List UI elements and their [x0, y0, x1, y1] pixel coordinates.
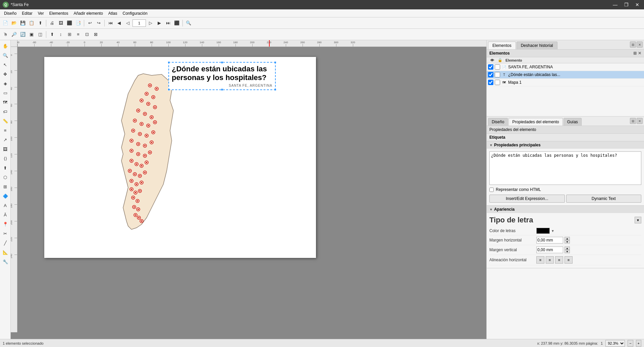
arrow-tool[interactable]: ↗	[1, 135, 10, 144]
canvas-content[interactable]: .marker { fill: none; stroke: #cc0000; s…	[17, 47, 486, 339]
props-tab-propiedades[interactable]: Propiedades del elemento	[508, 118, 562, 126]
render-html-checkbox[interactable]	[489, 188, 494, 192]
margin-v-input[interactable]	[536, 247, 563, 253]
props-section-main-header[interactable]: ▼ Propiedades principales	[487, 141, 644, 149]
node-tool[interactable]: ◈	[1, 79, 10, 88]
polygon-tool[interactable]: ⬡	[1, 173, 10, 182]
text2-tool[interactable]: Ā	[1, 210, 10, 219]
font-selector-btn[interactable]: ▼	[635, 217, 641, 223]
hand-tool[interactable]: ✋	[1, 42, 10, 50]
props-section-apariencia-header[interactable]: ▼ Apariencia	[487, 206, 644, 213]
north-tool[interactable]: ⬆	[1, 163, 10, 172]
color-swatch[interactable]	[536, 228, 550, 234]
props-float-btn-1[interactable]: ⊞	[630, 118, 636, 124]
save-as-button[interactable]: 📋	[28, 19, 36, 27]
minimize-button[interactable]: —	[611, 1, 620, 8]
export-svg-button[interactable]: ⬛	[65, 19, 73, 27]
select-tool active[interactable]: ↖	[1, 60, 10, 69]
atlas-button[interactable]: ⬛	[173, 19, 181, 27]
resize-handle-ne[interactable]	[274, 61, 276, 64]
panel-icon-1[interactable]: ⊞	[633, 51, 637, 56]
margin-h-up[interactable]: ▲	[565, 237, 570, 240]
align-btn[interactable]: ⊞	[65, 30, 73, 39]
raise-btn[interactable]: ⬆	[48, 30, 56, 39]
resize-handle-sw[interactable]	[168, 88, 170, 91]
first-page-button[interactable]: ⏮	[106, 19, 114, 27]
image-tool[interactable]: 🖼	[1, 145, 10, 153]
element-row-0[interactable]: 📄 SANTA FE, ARGENTINA	[487, 63, 644, 71]
props-float-btn-2[interactable]: ✕	[637, 118, 643, 124]
tab-deshacer-historial[interactable]: Deshacer historial	[517, 42, 557, 49]
maximize-button[interactable]: ❐	[622, 1, 631, 8]
float-btn-1[interactable]: ⊞	[630, 42, 636, 48]
export-pdf-button[interactable]: 📑	[74, 19, 82, 27]
measure-tool[interactable]: 📐	[1, 248, 10, 257]
margin-v-down[interactable]: ▼	[565, 250, 570, 253]
zoom-in-button[interactable]: 🔍	[184, 19, 193, 27]
margin-h-down[interactable]: ▼	[565, 240, 570, 244]
page-number-input[interactable]	[132, 19, 146, 27]
elem-visible-2[interactable]	[488, 80, 493, 85]
props-text-area[interactable]	[489, 151, 641, 185]
legend-tool[interactable]: ≡	[1, 126, 10, 135]
resize-handle-nw[interactable]	[168, 61, 170, 64]
element-row-2[interactable]: 🗺 Mapa 1	[487, 79, 644, 86]
resize-handle-se[interactable]	[274, 88, 276, 91]
elem-lock-1[interactable]	[495, 72, 500, 77]
canvas-area[interactable]: .rh-tick { position: absolute; bottom: 0…	[11, 40, 486, 339]
props-tab-diseno[interactable]: Diseño	[488, 118, 508, 126]
menu-elementos[interactable]: Elementos	[47, 10, 71, 16]
panel-icon-2[interactable]: ✕	[638, 51, 641, 56]
menu-anadir-elemento[interactable]: Añadir elemento	[71, 10, 105, 16]
export-button[interactable]: ⬆	[36, 19, 44, 27]
insert-edit-expression-button[interactable]: Insert/Edit Expression...	[489, 195, 565, 203]
menu-diseno[interactable]: Diseño	[1, 10, 19, 16]
zoom-select[interactable]: 92.3% 100% 75% 50%	[605, 340, 625, 347]
tab-elementos[interactable]: Elementos	[488, 42, 516, 49]
fix-tool[interactable]: 🔧	[1, 257, 10, 266]
group-btn[interactable]: ▣	[28, 30, 36, 39]
float-btn-2[interactable]: ✕	[637, 42, 643, 48]
elem-visible-1[interactable]	[488, 72, 493, 77]
resize-handle-n[interactable]	[221, 61, 223, 64]
label-tool[interactable]: 🏷	[1, 107, 10, 116]
zoom-tool[interactable]: 🔍	[1, 51, 10, 60]
margin-v-up[interactable]: ▲	[565, 247, 570, 250]
dynamic-text-button[interactable]: Dynamic Text	[566, 195, 642, 203]
props-tab-guias[interactable]: Guías	[564, 118, 582, 126]
3d-tool[interactable]: 🔷	[1, 192, 10, 200]
redo-button[interactable]: ↪	[95, 19, 103, 27]
line-tool[interactable]: ╱	[1, 238, 10, 247]
text-tool[interactable]: A	[1, 201, 10, 210]
align-center-btn[interactable]: ≡	[546, 256, 554, 264]
refresh-btn[interactable]: 🔄	[19, 30, 27, 39]
cut-tool[interactable]: ✂	[1, 229, 10, 238]
scalebar-tool[interactable]: 📏	[1, 117, 10, 125]
next-button[interactable]: ▷	[147, 19, 155, 27]
undo-button[interactable]: ↩	[86, 19, 94, 27]
distribute-btn[interactable]: ≡	[74, 30, 82, 39]
resize-btn[interactable]: ⊡	[83, 30, 91, 39]
elem-visible-0[interactable]	[488, 64, 493, 70]
color-dropdown-arrow[interactable]: ▼	[551, 229, 554, 233]
menu-ver[interactable]: Ver	[35, 10, 47, 16]
elem-lock-2[interactable]	[495, 80, 500, 85]
element-row-1[interactable]: T ¿Dónde están ubicadas las...	[487, 71, 644, 79]
elem-lock-0[interactable]	[495, 64, 500, 70]
select-all-btn[interactable]: 🖱	[1, 30, 9, 39]
export-image-button[interactable]: 🖼	[57, 19, 65, 27]
align-left-btn[interactable]: ≡	[536, 256, 544, 264]
pin-tool[interactable]: 📍	[1, 220, 10, 228]
canvas-title-element[interactable]: ¿Dónde están ubicadas las personas y los…	[168, 62, 276, 90]
next-page-button[interactable]: ▶	[155, 19, 163, 27]
lock-btn[interactable]: ⊠	[92, 30, 100, 39]
menu-configuracion[interactable]: Configuración	[120, 10, 150, 16]
zoom-in-btn-status[interactable]: +	[636, 340, 641, 347]
prev-page-button[interactable]: ◀	[115, 19, 123, 27]
map-tool[interactable]: 🗺	[1, 98, 10, 107]
margin-h-input[interactable]	[536, 237, 563, 244]
prev-button2[interactable]: ◁	[124, 19, 132, 27]
table-tool[interactable]: ⊞	[1, 182, 10, 191]
zoom-btn[interactable]: 🔎	[10, 30, 18, 39]
align-justify-btn[interactable]: ≡	[565, 256, 573, 264]
